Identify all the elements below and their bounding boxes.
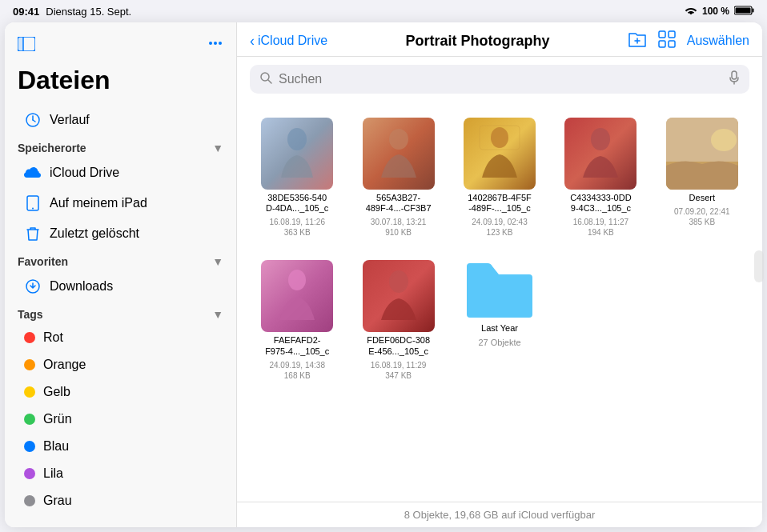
file-item-3[interactable]: 1402867B-4F5F-489F-..._105_c 24.09.19, 0…: [452, 111, 547, 244]
tag-dot-orange: [24, 359, 35, 370]
add-folder-icon[interactable]: [628, 30, 647, 51]
nav-title: Portrait Photography: [327, 33, 628, 50]
sidebar-item-icloud[interactable]: iCloud Drive: [5, 158, 236, 188]
svg-point-13: [32, 208, 34, 210]
date: Dienstag 15. Sept.: [46, 6, 131, 18]
file-item-2[interactable]: 565A3B27-489F-4...-CF3B7 30.07.18, 13:21…: [351, 111, 445, 244]
file-item-5[interactable]: Desert 07.09.20, 22:41385 KB: [655, 111, 749, 244]
battery-label: 100 %: [702, 6, 729, 17]
tag-lila[interactable]: Lila: [5, 460, 236, 487]
bottom-status-text: 8 Objekte, 19,68 GB auf iCloud verfügbar: [404, 509, 595, 521]
trash-icon: [24, 225, 42, 242]
speicherorte-chevron[interactable]: ▼: [212, 142, 223, 154]
ipad-icon: [24, 194, 42, 212]
file-thumb-5: [666, 118, 738, 190]
sidebar-more-icon[interactable]: [207, 35, 223, 56]
tag-gruen-label: Grün: [43, 412, 72, 426]
back-label: iCloud Drive: [258, 34, 327, 48]
file-grid: 38DE5356-540D-4DA..._105_c 16.08.19, 11:…: [237, 102, 762, 502]
tag-blau[interactable]: Blau: [5, 433, 236, 460]
bottom-status-bar: 8 Objekte, 19,68 GB auf iCloud verfügbar: [237, 502, 762, 527]
folder-objects-lastyear: 27 Objekte: [478, 338, 520, 347]
file-meta-5: 07.09.20, 22:41385 KB: [674, 206, 730, 227]
file-item-7[interactable]: FDEF06DC-308E-456..._105_c 16.08.19, 11:…: [351, 254, 445, 386]
file-thumb-7: [363, 260, 435, 332]
favoriten-chevron[interactable]: ▼: [212, 255, 223, 268]
folder-item-lastyear[interactable]: Last Year 27 Objekte: [452, 254, 547, 386]
file-thumb-1: [261, 118, 333, 190]
wifi-icon: [685, 6, 697, 18]
home-button-indicator: [754, 250, 764, 282]
tag-gruen[interactable]: Grün: [5, 406, 236, 433]
tag-orange[interactable]: Orange: [5, 351, 236, 378]
svg-point-27: [491, 127, 508, 148]
mic-icon[interactable]: [729, 70, 740, 88]
file-name-2: 565A3B27-489F-4...-CF3B7: [366, 193, 432, 214]
svg-point-34: [389, 270, 408, 293]
search-input[interactable]: [279, 72, 722, 86]
svg-rect-17: [659, 31, 665, 38]
sidebar: Dateien Verlauf Speicherorte ▼ iCloud Dr…: [5, 22, 237, 527]
file-item-4[interactable]: C4334333-0DD9-4C3..._105_c 16.08.19, 11:…: [553, 111, 648, 244]
battery-icon: [734, 6, 754, 18]
favoriten-header: Favoriten ▼: [5, 249, 236, 271]
search-bar[interactable]: [250, 65, 749, 94]
sidebar-title: Dateien: [5, 62, 236, 105]
tag-rot[interactable]: Rot: [5, 324, 236, 351]
file-meta-2: 30.07.18, 13:21910 KB: [371, 217, 427, 238]
download-icon: [24, 278, 42, 295]
file-meta-3: 24.09.19, 02:43123 KB: [472, 217, 528, 238]
downloads-label: Downloads: [50, 279, 113, 294]
svg-point-26: [389, 129, 408, 150]
sidebar-top-icons: [5, 35, 236, 62]
file-thumb-3: [464, 118, 536, 190]
file-meta-6: 24.09.19, 14:38168 KB: [269, 360, 325, 381]
clock-icon: [24, 111, 42, 129]
ipad-label: Auf meinem iPad: [50, 196, 147, 210]
auswählen-button[interactable]: Auswählen: [687, 34, 749, 48]
deleted-label: Zuletzt gelöscht: [50, 226, 139, 241]
svg-point-7: [214, 42, 217, 45]
sidebar-item-verlauf[interactable]: Verlauf: [5, 105, 236, 135]
tag-lila-label: Lila: [43, 466, 63, 481]
icloud-icon: [24, 164, 42, 182]
svg-rect-18: [669, 31, 675, 38]
file-name-4: C4334333-0DD9-4C3..._105_c: [570, 193, 631, 214]
file-thumb-4: [564, 118, 636, 190]
back-button[interactable]: ‹ iCloud Drive: [250, 33, 327, 50]
svg-rect-20: [669, 41, 675, 47]
file-thumb-6: [261, 260, 333, 332]
sidebar-item-downloads[interactable]: Downloads: [5, 271, 236, 302]
file-name-5: Desert: [689, 193, 715, 203]
folder-thumb-lastyear: [464, 260, 536, 320]
sidebar-item-ipad[interactable]: Auf meinem iPad: [5, 188, 236, 218]
verlauf-label: Verlauf: [50, 113, 90, 127]
main-content: ‹ iCloud Drive Portrait Photography Ausw…: [237, 22, 762, 527]
tag-gelb-label: Gelb: [43, 385, 70, 399]
time: 09:41: [13, 6, 39, 18]
svg-point-29: [591, 128, 610, 150]
file-item-6[interactable]: FAEFAFD2-F975-4..._105_c 24.09.19, 14:38…: [250, 254, 344, 386]
tag-grau-label: Grau: [43, 494, 72, 508]
nav-bar: ‹ iCloud Drive Portrait Photography Ausw…: [237, 22, 762, 57]
file-meta-4: 16.08.19, 11:27194 KB: [573, 217, 629, 238]
folder-name-lastyear: Last Year: [481, 323, 518, 334]
tags-header: Tags ▼: [5, 302, 236, 324]
svg-point-8: [219, 42, 222, 45]
sidebar-item-deleted[interactable]: Zuletzt gelöscht: [5, 218, 236, 249]
tag-grau[interactable]: Grau: [5, 487, 236, 514]
sidebar-toggle-icon[interactable]: [18, 37, 35, 55]
svg-rect-23: [732, 71, 737, 79]
icloud-label: iCloud Drive: [50, 166, 119, 180]
svg-rect-19: [659, 41, 665, 47]
tag-dot-gelb: [24, 386, 35, 398]
tag-orange-label: Orange: [43, 358, 86, 372]
svg-rect-2: [736, 7, 751, 13]
grid-view-icon[interactable]: [658, 30, 676, 51]
file-item-1[interactable]: 38DE5356-540D-4DA..._105_c 16.08.19, 11:…: [250, 111, 344, 244]
file-name-6: FAEFAFD2-F975-4..._105_c: [265, 335, 329, 356]
search-icon: [259, 71, 272, 87]
app-container: Dateien Verlauf Speicherorte ▼ iCloud Dr…: [5, 22, 762, 527]
tag-gelb[interactable]: Gelb: [5, 378, 236, 406]
tags-chevron[interactable]: ▼: [212, 308, 223, 321]
